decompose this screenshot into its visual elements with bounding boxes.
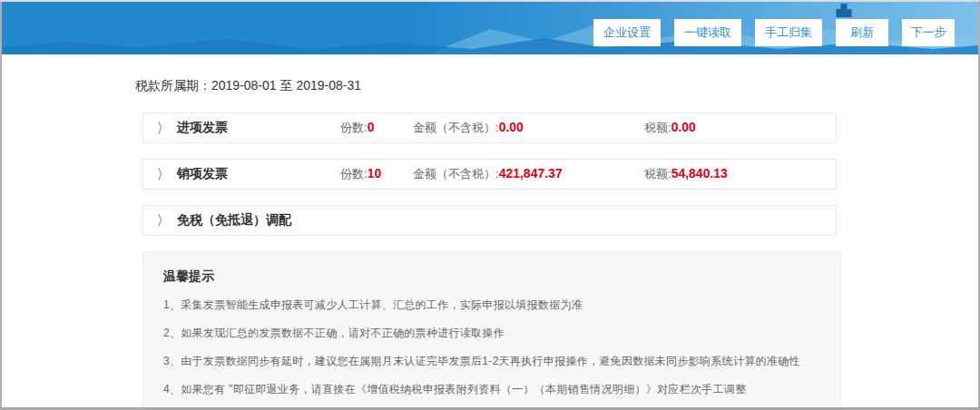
- tax-label: 税额:: [644, 166, 671, 182]
- tip-item: 4、如果您有 "即征即退业务，请直接在《增值税纳税申报表附列资料（一）（本期销售…: [163, 382, 822, 397]
- amount-value: 0.00: [499, 120, 524, 134]
- chevron-right-icon[interactable]: [157, 165, 177, 184]
- copies-value: 10: [368, 166, 382, 181]
- tower-icon: [837, 4, 852, 17]
- copies-field: 份数: 0: [340, 120, 413, 136]
- copies-value: 0: [368, 120, 375, 134]
- tips-panel: 温馨提示 1、采集发票智能生成申报表可减少人工计算、汇总的工作，实际申报以填报数…: [142, 251, 841, 410]
- tips-title: 温馨提示: [163, 268, 822, 285]
- tax-field: 税额: 54,840.13: [644, 166, 728, 182]
- copies-label: 份数:: [340, 166, 368, 182]
- row-title: 销项发票: [177, 166, 340, 182]
- tip-item: 1、采集发票智能生成申报表可减少人工计算、汇总的工作，实际申报以填报数据为准: [163, 298, 822, 313]
- row-title: 免税（免抵退）调配: [177, 212, 340, 229]
- tip-item: 2、如果发现汇总的发票数据不正确，请对不正确的票种进行读取操作: [163, 326, 822, 341]
- tax-value: 0.00: [671, 120, 696, 134]
- tax-free-allocation-row[interactable]: 免税（免抵退）调配: [142, 205, 837, 236]
- main-content: 税款所属期：2019-08-01 至 2019-08-31 进项发票 份数: 0…: [2, 54, 978, 410]
- copies-field: 份数: 10: [340, 166, 413, 182]
- mountain-art-decoration: [2, 2, 978, 54]
- one-click-read-button[interactable]: 一键读取: [674, 19, 741, 46]
- next-step-button[interactable]: 下一步: [902, 19, 955, 46]
- tax-field: 税额: 0.00: [644, 120, 696, 136]
- amount-field: 金额（不含税）: 421,847.37: [413, 166, 644, 182]
- invoice-summary-list: 进项发票 份数: 0 金额（不含税）: 0.00 税额: 0.00 销项发票: [142, 112, 837, 236]
- input-invoice-row[interactable]: 进项发票 份数: 0 金额（不含税）: 0.00 税额: 0.00: [142, 112, 837, 143]
- enterprise-settings-button[interactable]: 企业设置: [593, 19, 661, 46]
- tax-label: 税额:: [644, 120, 671, 136]
- tip-item: 3、由于发票数据同步有延时，建议您在属期月末认证完毕发票后1-2天再执行申报操作…: [163, 354, 822, 369]
- app-window: 企业设置 一键读取 手工归集 刷新 下一步 税款所属期：2019-08-01 至…: [0, 0, 980, 410]
- manual-collection-button[interactable]: 手工归集: [755, 19, 822, 46]
- amount-label: 金额（不含税）:: [413, 120, 499, 136]
- refresh-button[interactable]: 刷新: [836, 19, 888, 46]
- tax-value: 54,840.13: [671, 166, 728, 181]
- chevron-right-icon[interactable]: [157, 119, 177, 138]
- amount-field: 金额（不含税）: 0.00: [413, 120, 644, 136]
- amount-label: 金额（不含税）:: [413, 166, 499, 182]
- output-invoice-row[interactable]: 销项发票 份数: 10 金额（不含税）: 421,847.37 税额: 54,8…: [142, 159, 837, 190]
- header-banner: 企业设置 一键读取 手工归集 刷新 下一步: [2, 2, 978, 54]
- tax-period-text: 税款所属期：2019-08-01 至 2019-08-31: [135, 78, 978, 94]
- amount-value: 421,847.37: [499, 166, 563, 181]
- chevron-right-icon[interactable]: [157, 211, 177, 230]
- copies-label: 份数:: [340, 120, 368, 136]
- row-title: 进项发票: [177, 120, 340, 136]
